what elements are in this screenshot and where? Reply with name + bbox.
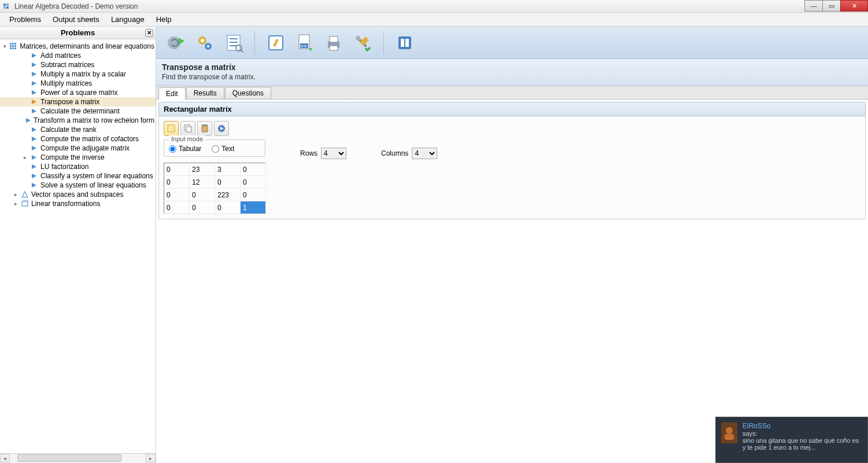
tree-root-vectorspaces[interactable]: ▸ Vector spaces and subspaces [0,190,156,199]
sidebar-scrollbar[interactable]: ◂ ▸ [0,453,156,463]
radio-tabular[interactable]: Tabular [169,145,201,153]
tab-questions[interactable]: Questions [225,87,271,99]
editor-panel: Rectangular matrix Input mode Tabular Te… [156,100,868,463]
expand-icon[interactable]: ▸ [13,192,19,198]
svg-rect-1 [6,3,9,6]
svg-marker-13 [32,53,36,58]
svg-marker-31 [179,38,184,45]
chat-notification[interactable]: ElRoSSo says: sino una gitana que no sab… [715,417,868,463]
radio-text[interactable]: Text [212,145,234,153]
scroll-thumb[interactable] [17,454,121,462]
svg-marker-17 [32,90,36,95]
svg-rect-9 [14,45,16,47]
matrix-cell[interactable]: 0 [164,201,190,214]
matrix-cell[interactable]: 12 [190,176,215,189]
menu-language[interactable]: Language [105,13,150,25]
menu-help[interactable]: Help [150,13,178,25]
matrix-cell[interactable]: 0 [164,176,190,189]
svg-rect-5 [12,43,14,45]
group-header: Rectangular matrix [158,102,866,116]
notification-sender: ElRoSSo [743,422,863,430]
matrix-grid[interactable]: 02330012000022300001 [164,163,266,214]
svg-text:RTF: RTF [301,45,308,48]
notification-says: says: [743,430,863,437]
svg-marker-19 [32,109,36,113]
tab-edit[interactable]: Edit [158,87,186,100]
operation-title: Transpose a matrix [162,63,862,72]
expand-icon[interactable]: ▸ [22,155,28,161]
expand-icon[interactable]: ▸ [13,201,19,207]
minimize-button[interactable]: — [804,0,823,12]
tree-root-matrices[interactable]: ▾ Matrices, determinants and linear equa… [0,42,156,51]
expand-icon[interactable]: ▾ [2,43,8,50]
maximize-button[interactable]: ▭ [822,0,841,12]
tree-label: Linear transformations [31,200,100,208]
matrix-cell[interactable]: 0 [164,163,190,176]
window-titlebar: Linear Algebra Decoded - Demo version — … [0,0,868,13]
matrix-cell[interactable]: 3 [215,163,241,176]
matrix-cell[interactable]: 23 [190,163,215,176]
tree-item[interactable]: Multiply a matrix by a scalar [0,69,156,79]
copy-matrix-button[interactable] [180,121,195,136]
svg-rect-10 [10,47,12,49]
matrix-cell[interactable]: 0 [164,189,190,201]
tree-item[interactable]: ▸Compute the inverse [0,153,156,162]
tree-item[interactable]: Transform a matrix to row echelon form [0,116,156,125]
rows-select[interactable]: 4 [321,148,346,159]
matrix-cell[interactable]: 0 [215,201,241,214]
close-button[interactable]: ✕ [840,0,868,12]
tree-item-label: Classify a system of linear equations [40,172,153,180]
matrix-cell[interactable]: 0 [215,176,241,189]
menu-output-sheets[interactable]: Output sheets [47,13,105,25]
tree-item-label: Compute the inverse [40,153,105,161]
matrix-cell[interactable]: 0 [190,201,215,214]
settings-gears-button[interactable] [193,31,216,54]
tree-item[interactable]: Power of a square matrix [0,88,156,97]
tree-root-linear-transformations[interactable]: ▸ Linear transformations [0,199,156,208]
tree-item[interactable]: Subtract matrices [0,60,156,69]
scroll-right-icon[interactable]: ▸ [146,454,156,462]
tree-item[interactable]: Transpose a matrix [0,97,156,106]
rows-label: Rows [300,149,317,157]
tree-item[interactable]: Calculate the determinant [0,106,156,116]
matrix-cell[interactable]: 0 [241,189,266,201]
clear-button[interactable] [264,31,287,54]
main-toolbar: RTF [156,27,868,59]
menu-problems[interactable]: Problems [3,13,47,25]
new-matrix-button[interactable] [164,121,179,136]
export-rtf-button[interactable]: RTF [293,31,316,54]
tree-root-label: Matrices, determinants and linear equati… [20,42,154,50]
svg-marker-21 [32,127,36,132]
matrix-cell[interactable]: 223 [215,189,241,201]
tree-item-label: Transpose a matrix [40,98,99,106]
matrix-cell[interactable]: 0 [190,189,215,201]
tab-results[interactable]: Results [186,87,224,99]
tree-item[interactable]: Add matrices [0,51,156,60]
tree-item[interactable]: Compute the adjugate matrix [0,144,156,153]
cols-select[interactable]: 4 [412,148,437,159]
tree-item[interactable]: Compute the matrix of cofactors [0,134,156,144]
svg-marker-20 [26,118,31,123]
matrix-cell[interactable]: 0 [241,176,266,189]
window-title: Linear Algebra Decoded - Demo version [14,2,138,10]
paste-matrix-button[interactable] [197,121,212,136]
matrix-cell[interactable]: 0 [241,163,266,176]
print-button[interactable] [322,31,345,54]
scroll-left-icon[interactable]: ◂ [0,454,10,462]
tree-item[interactable]: Calculate the rank [0,125,156,134]
checklist-button[interactable] [222,31,245,54]
tree-item[interactable]: Classify a system of linear equations [0,171,156,181]
sidebar-close-icon[interactable]: ✕ [145,29,153,37]
tree-item[interactable]: LU factorization [0,162,156,171]
operation-description: Transpose a matrix Find the transpose of… [156,59,868,86]
about-button[interactable] [393,31,416,54]
play-icon [30,107,38,115]
matrix-cell[interactable]: 1 [241,201,266,214]
tree-item[interactable]: Multiply matrices [0,79,156,88]
tools-button[interactable] [351,31,374,54]
run-button[interactable] [164,31,187,54]
svg-marker-15 [32,72,36,76]
random-fill-button[interactable] [214,121,229,136]
svg-rect-11 [12,47,14,49]
tree-item[interactable]: Solve a system of linear equations [0,181,156,190]
